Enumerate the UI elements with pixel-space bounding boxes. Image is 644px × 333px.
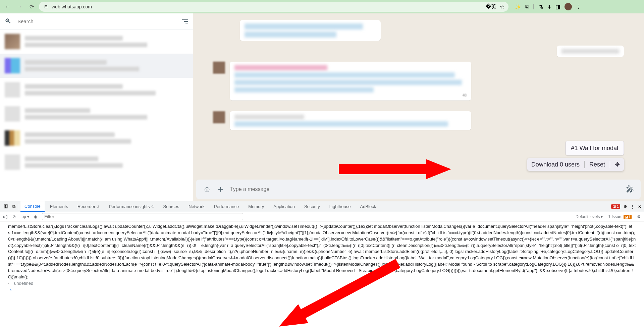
inspect-icon[interactable]: ⫿⃣ [3,204,9,209]
device-toggle-icon[interactable]: ⧉ [10,204,17,209]
divider [584,161,585,168]
search-bar: 🔍︎ [0,13,193,29]
extensions-area: ✨ ⧉ | ⚗ ⬇ ◨ ⋮ [511,3,585,10]
tab-memory[interactable]: Memory [244,201,268,212]
back-button[interactable]: ← [3,2,12,11]
tab-elements[interactable]: Elements [46,201,72,212]
site-settings-icon[interactable]: ⊟ [43,4,49,10]
tab-performance-insights[interactable]: Performance insights ⚗ [105,201,158,212]
whatsapp-app: 🔍︎ [0,13,644,201]
devtools-close-icon[interactable]: ✕ [638,204,641,209]
reload-button[interactable]: ⟳ [27,2,36,11]
divider: | [533,4,534,10]
console-toolbar: ▸▯ ⊘ top ▾ ◉ Default levels ▾ 1 Issue: ◪… [0,212,644,221]
devtools-settings-icon[interactable]: ⚙ [624,204,627,209]
side-panel-icon[interactable]: ◨ [555,4,560,10]
divider [610,161,610,168]
search-icon[interactable]: 🔍︎ [5,17,11,25]
chat-sidebar: 🔍︎ [0,13,193,201]
issues-link[interactable]: 1 Issue: ◪ 1 [608,214,632,219]
install-app-icon[interactable]: �英 [486,3,496,10]
message-bubble: 40 [230,62,471,101]
labs-icon[interactable]: ⚗ [538,4,543,10]
chat-panel: 40 #1 Wait for modal Download 0 users Re… [193,13,644,201]
live-expression-icon[interactable]: ◉ [34,214,37,219]
browser-toolbar: ← → ⟳ ⊟ web.whatsapp.com �英 ☆ ✨ ⧉ | ⚗ ⬇ … [0,0,644,13]
console-settings-icon[interactable]: ⚙ [637,214,641,219]
console-result: undefined [8,280,636,287]
console-code: memberListStore.clear(),logsTracker.clea… [8,223,636,280]
address-bar[interactable]: ⊟ web.whatsapp.com �英 ☆ [39,2,508,12]
widget-log-text: #1 Wait for modal [571,145,618,151]
url-text: web.whatsapp.com [52,4,92,9]
chat-item[interactable] [0,78,193,102]
devtools-panel: ⫿⃣ ⧉ Console Elements Recorder ⚗ Perform… [0,201,644,333]
chat-item[interactable] [0,54,193,78]
widget-toolbar[interactable]: Download 0 users Reset ✥ [527,158,624,171]
devtools-menu-icon[interactable]: ⋮ [631,204,635,209]
compose-bar: ☺ + 🎤︎ [196,180,641,199]
download-button[interactable]: Download 0 users [531,161,580,168]
message-bubble [230,111,471,130]
tab-performance[interactable]: Performance [210,201,243,212]
console-output[interactable]: memberListStore.clear(),logsTracker.clea… [0,221,644,333]
extensions-menu-icon[interactable]: ⧉ [525,4,529,10]
chat-list [0,29,193,201]
filter-icon[interactable] [182,19,188,23]
tab-lighthouse[interactable]: Lighthouse [325,201,355,212]
console-sidebar-toggle-icon[interactable]: ▸▯ [3,214,8,219]
chat-item[interactable] [0,29,193,54]
console-prompt[interactable]: › [8,286,636,294]
extension-icon[interactable]: ✨ [515,4,521,10]
context-selector[interactable]: top ▾ [20,214,29,219]
tab-sources[interactable]: Sources [159,201,183,212]
bookmark-icon[interactable]: ☆ [500,4,504,10]
tab-adblock[interactable]: AdBlock [356,201,380,212]
downloads-icon[interactable]: ⬇ [547,4,551,10]
message-bubble [240,20,381,41]
attach-icon[interactable]: + [218,184,223,195]
devtools-tabs: ⫿⃣ ⧉ Console Elements Recorder ⚗ Perform… [0,201,644,212]
tab-console[interactable]: Console [20,201,45,212]
message-avatar [213,111,225,123]
reset-button[interactable]: Reset [589,161,605,168]
search-input[interactable] [17,18,176,24]
emoji-icon[interactable]: ☺ [203,185,211,194]
error-badge[interactable]: ◪ 1 [611,204,620,209]
browser-menu-icon[interactable]: ⋮ [576,4,581,10]
tab-security[interactable]: Security [300,201,324,212]
chat-item[interactable] [0,150,193,174]
message-row: 40 [213,62,624,105]
tab-application[interactable]: Application [269,201,299,212]
tab-network[interactable]: Network [184,201,209,212]
message-row [213,111,624,135]
forward-button[interactable]: → [15,2,24,11]
clear-console-icon[interactable]: ⊘ [12,214,16,219]
chat-item[interactable] [0,102,193,126]
tab-recorder[interactable]: Recorder ⚗ [73,201,103,212]
log-levels-selector[interactable]: Default levels ▾ [576,214,603,219]
message-bubble [557,46,624,57]
message-input[interactable] [230,186,619,192]
mic-icon[interactable]: 🎤︎ [626,185,634,194]
console-filter-input[interactable] [42,213,243,220]
message-avatar [213,62,225,74]
chat-item[interactable] [0,126,193,150]
widget-log: #1 Wait for modal [566,141,624,155]
profile-avatar[interactable] [565,3,572,10]
drag-handle-icon[interactable]: ✥ [615,161,620,168]
